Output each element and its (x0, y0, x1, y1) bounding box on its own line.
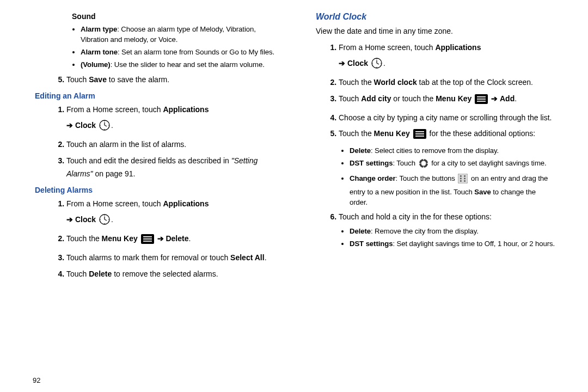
arrow-icon: ➔ (339, 59, 345, 68)
applications-label: Applications (435, 43, 481, 52)
bullet-volume: (Volume): Use the slider to hear and set… (81, 59, 283, 70)
arrow-icon: ➔ (157, 234, 166, 243)
add-city-label: Add city (361, 94, 391, 103)
post: on page 91. (93, 169, 136, 178)
period: . (265, 253, 267, 262)
label: Change order (350, 174, 396, 182)
applications-icon (212, 198, 223, 213)
label: Delete (350, 227, 371, 235)
mid: or touch the (391, 94, 436, 103)
label: Alarm type (81, 25, 117, 33)
add-label: Add (500, 94, 514, 103)
wc-step5-bullets: Delete: Select cities to remove from the… (350, 145, 555, 207)
applications-label: Applications (163, 105, 209, 114)
bullet-alarm-type: Alarm type: Choose an alarm type of Melo… (81, 24, 283, 45)
pre: From a Home screen, touch (339, 43, 435, 52)
editing-heading: Editing an Alarm (35, 91, 283, 100)
delete-label: Delete (166, 234, 188, 243)
clock-icon (99, 120, 110, 135)
left-column: Sound Alarm type: Choose an alarm type o… (33, 11, 283, 381)
deleting-step-4: Touch Delete to remove the selected alar… (66, 268, 283, 281)
label: DST settings (350, 159, 393, 167)
sound-steps: Touch Save to save the alarm. (66, 74, 283, 87)
pre: From a Home screen, touch (66, 199, 163, 208)
deleting-heading: Deleting Alarms (35, 186, 283, 194)
editing-step-1: From a Home screen, touch Applications ➔… (66, 103, 283, 135)
period: . (111, 215, 113, 224)
period: . (111, 121, 113, 130)
pre: Touch the (339, 78, 374, 87)
clock-label: Clock (75, 121, 96, 130)
label: Alarm tone (81, 48, 118, 56)
wc-step-3: Touch Add city or touch the Menu Key ➔ A… (339, 93, 555, 108)
pre: Touch and edit the desired fields as des… (66, 156, 231, 165)
editing-step-2: Touch an alarm in the list of alarms. (66, 138, 283, 151)
period: . (383, 59, 385, 68)
text: Touch and hold a city in the for these o… (339, 212, 492, 221)
editing-step-3: Touch and edit the desired fields as des… (66, 155, 283, 181)
menu-key-icon (413, 129, 426, 143)
editing-steps: From a Home screen, touch Applications ➔… (66, 103, 283, 180)
pre: Touch the (66, 234, 102, 243)
save-label: Save (474, 188, 491, 196)
pre: From a Home screen, touch (66, 105, 163, 114)
mid: : Touch (393, 159, 417, 167)
label: (Volume) (81, 60, 111, 69)
text: : Select cities to remove from the displ… (371, 146, 499, 155)
right-column: World Clock View the date and time in an… (305, 11, 555, 381)
applications-label: Applications (163, 199, 209, 208)
arrow-icon: ➔ (491, 94, 500, 103)
deleting-steps: From a Home screen, touch Applications ➔… (66, 198, 283, 280)
text: : Remove the city from the display. (371, 227, 479, 235)
clock-icon (99, 214, 110, 229)
world-clock-heading: World Clock (316, 12, 555, 22)
bullet-delete: Delete: Select cities to remove from the… (350, 145, 555, 156)
manual-page: Sound Alarm type: Choose an alarm type o… (0, 0, 588, 392)
wc-step-4: Choose a city by typing a city name or s… (339, 112, 555, 125)
dst-icon (419, 158, 428, 171)
label: DST settings (350, 240, 393, 248)
delete-label: Delete (89, 270, 112, 278)
post: for a city to set daylight savings time. (431, 159, 547, 167)
bullet-alarm-tone: Alarm tone: Set an alarm tone from Sound… (81, 47, 283, 57)
applications-icon (484, 42, 495, 57)
bold: Save (89, 75, 107, 84)
deleting-step-3: Touch alarms to mark them for removal or… (66, 252, 283, 265)
pre: Touch (66, 270, 89, 278)
wc-step-5: Touch the Menu Key for the these additio… (339, 127, 555, 207)
deleting-step-1: From a Home screen, touch Applications ➔… (66, 198, 283, 229)
menu-key-label: Menu Key (102, 234, 138, 243)
wc-step-1: From a Home screen, touch Applications ➔… (339, 41, 555, 73)
bullet-dst-hours: DST settings: Set daylight savings time … (350, 238, 555, 249)
menu-key-icon (141, 234, 154, 248)
menu-key-icon (475, 94, 488, 108)
bullet-delete-city: Delete: Remove the city from the display… (350, 226, 555, 236)
label: Delete (350, 146, 371, 155)
mid: : Touch the buttons (396, 174, 457, 182)
menu-key-label: Menu Key (436, 94, 471, 103)
wc-step-2: Touch the World clock tab at the top of … (339, 76, 555, 89)
sound-heading: Sound (72, 12, 283, 21)
world-clock-intro: View the date and time in any time zone. (316, 25, 555, 37)
world-clock-steps: From a Home screen, touch Applications ➔… (339, 41, 555, 249)
clock-label: Clock (347, 59, 368, 68)
bullet-change-order: Change order: Touch the buttons on an en… (350, 173, 555, 207)
period: . (514, 94, 517, 103)
post: for the these additional options: (430, 129, 536, 138)
period: . (188, 234, 191, 243)
drag-handle-icon (458, 174, 468, 186)
pre: Touch (339, 94, 361, 103)
post: to save the alarm. (107, 75, 169, 84)
applications-icon (212, 104, 223, 119)
pre: Touch alarms to mark them for removal or… (66, 253, 230, 262)
pre: Touch the (339, 129, 374, 138)
wc-step6-bullets: Delete: Remove the city from the display… (350, 226, 555, 249)
select-all-label: Select All (230, 253, 265, 262)
wc-step-6: Touch and hold a city in the for these o… (339, 211, 555, 249)
post: tab at the top of the Clock screen. (417, 78, 533, 87)
arrow-icon: ➔ (66, 121, 73, 130)
step-save: Touch Save to save the alarm. (66, 74, 283, 87)
post: to remove the selected alarms. (112, 270, 218, 278)
clock-icon (371, 58, 382, 73)
text: : Set daylight savings time to Off, 1 ho… (393, 240, 555, 248)
